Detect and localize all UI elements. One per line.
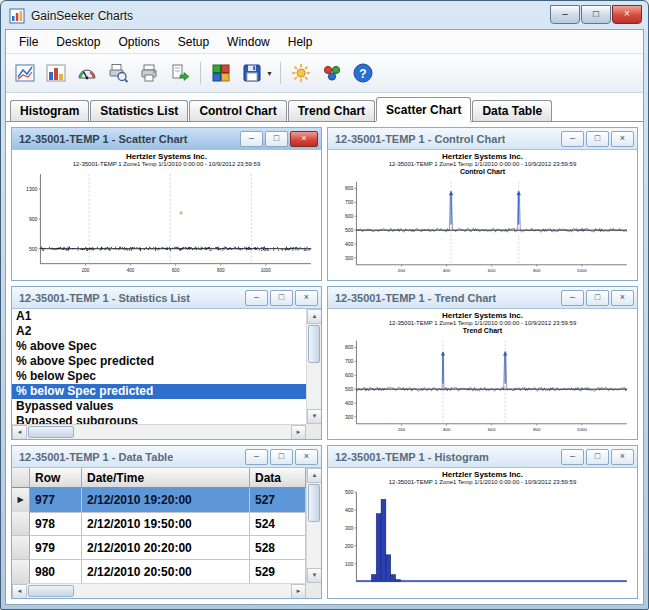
- control-close-button[interactable]: ×: [611, 131, 634, 147]
- trend-chart-plot[interactable]: 3004005006007008002004006008001000: [330, 335, 635, 439]
- help-icon[interactable]: ?: [350, 60, 376, 86]
- close-button[interactable]: ×: [612, 5, 642, 24]
- bar-chart-icon[interactable]: [43, 60, 69, 86]
- scrollbar-track[interactable]: [307, 324, 321, 409]
- tab-data-table[interactable]: Data Table: [472, 100, 552, 121]
- list-item[interactable]: % above Spec predicted: [12, 354, 306, 369]
- column-header-row[interactable]: Row: [30, 468, 82, 488]
- control-maximize-button[interactable]: □: [586, 131, 609, 147]
- settings-sun-icon[interactable]: [288, 60, 314, 86]
- table-row[interactable]: 978 2/12/2010 19:50:00 524: [12, 512, 306, 536]
- table-row[interactable]: 980 2/12/2010 20:50:00 529: [12, 560, 306, 583]
- scroll-down-icon[interactable]: ▼: [307, 568, 321, 583]
- tab-statistics-list[interactable]: Statistics List: [90, 100, 188, 121]
- list-item[interactable]: A2: [12, 324, 306, 339]
- tab-control-chart[interactable]: Control Chart: [189, 100, 286, 121]
- control-window-titlebar[interactable]: 12-35001-TEMP 1 - Control Chart – □ ×: [328, 128, 637, 150]
- save-dropdown-icon[interactable]: ▼: [266, 70, 273, 77]
- cell-row[interactable]: 980: [30, 560, 82, 583]
- trend-maximize-button[interactable]: □: [586, 290, 609, 306]
- scroll-down-icon[interactable]: ▼: [307, 409, 321, 424]
- cell-data[interactable]: 528: [250, 536, 306, 560]
- scatter-plot[interactable]: 50090013002004006008001000: [14, 168, 319, 280]
- cell-datetime[interactable]: 2/12/2010 19:20:00: [82, 488, 250, 513]
- column-header-datetime[interactable]: Date/Time: [82, 468, 250, 488]
- list-item[interactable]: % below Spec: [12, 369, 306, 384]
- stats-minimize-button[interactable]: –: [245, 290, 268, 306]
- menu-help[interactable]: Help: [279, 32, 322, 52]
- histogram-minimize-button[interactable]: –: [561, 449, 584, 465]
- scroll-up-icon[interactable]: ▲: [307, 309, 321, 324]
- menu-desktop[interactable]: Desktop: [47, 32, 109, 52]
- column-header-data[interactable]: Data: [250, 468, 306, 488]
- tab-scatter-chart[interactable]: Scatter Chart: [376, 97, 471, 122]
- table-minimize-button[interactable]: –: [245, 449, 268, 465]
- export-icon[interactable]: [167, 60, 193, 86]
- row-selector[interactable]: ▶: [12, 488, 30, 513]
- table-close-button[interactable]: ×: [295, 449, 318, 465]
- scrollbar-thumb[interactable]: [28, 426, 74, 438]
- histogram-close-button[interactable]: ×: [611, 449, 634, 465]
- scrollbar-track[interactable]: [27, 425, 291, 439]
- scatter-minimize-button[interactable]: –: [240, 131, 263, 147]
- row-selector[interactable]: [12, 512, 30, 536]
- horizontal-scrollbar[interactable]: ◄ ►: [12, 424, 306, 439]
- stats-window-titlebar[interactable]: 12-35001-TEMP 1 - Statistics List – □ ×: [12, 287, 321, 309]
- list-item[interactable]: Bypassed values: [12, 399, 306, 414]
- scroll-left-icon[interactable]: ◄: [12, 584, 27, 598]
- histogram-maximize-button[interactable]: □: [586, 449, 609, 465]
- cell-data[interactable]: 527: [250, 488, 306, 513]
- histogram-window-titlebar[interactable]: 12-35001-TEMP 1 - Histogram – □ ×: [328, 446, 637, 468]
- cell-datetime[interactable]: 2/12/2010 20:50:00: [82, 560, 250, 583]
- trend-close-button[interactable]: ×: [611, 290, 634, 306]
- print-preview-icon[interactable]: [105, 60, 131, 86]
- list-item[interactable]: % above Spec: [12, 339, 306, 354]
- menu-setup[interactable]: Setup: [169, 32, 218, 52]
- stats-close-button[interactable]: ×: [295, 290, 318, 306]
- trend-window-titlebar[interactable]: 12-35001-TEMP 1 - Trend Chart – □ ×: [328, 287, 637, 309]
- histogram-plot[interactable]: 100200300400500: [330, 486, 635, 598]
- maximize-button[interactable]: □: [581, 5, 611, 24]
- control-chart-plot[interactable]: 3004005006007008002004006008001000: [330, 176, 635, 280]
- list-item-selected[interactable]: % below Spec predicted: [12, 384, 306, 399]
- scroll-right-icon[interactable]: ►: [291, 584, 306, 598]
- menu-options[interactable]: Options: [109, 32, 168, 52]
- save-icon[interactable]: [239, 60, 265, 86]
- scrollbar-thumb[interactable]: [308, 484, 320, 522]
- scrollbar-track[interactable]: [307, 483, 321, 568]
- stats-maximize-button[interactable]: □: [270, 290, 293, 306]
- scatter-close-button[interactable]: ×: [290, 131, 318, 147]
- cell-data[interactable]: 524: [250, 512, 306, 536]
- cell-datetime[interactable]: 2/12/2010 20:20:00: [82, 536, 250, 560]
- list-item[interactable]: Bypassed subgroups: [12, 414, 306, 424]
- minimize-button[interactable]: –: [550, 5, 580, 24]
- scatter-window-titlebar[interactable]: 12-35001-TEMP 1 - Scatter Chart – □ ×: [12, 128, 321, 150]
- trend-minimize-button[interactable]: –: [561, 290, 584, 306]
- row-selector-header[interactable]: [12, 468, 30, 488]
- scrollbar-thumb[interactable]: [28, 585, 74, 597]
- statistics-list[interactable]: A1 A2 % above Spec % above Spec predicte…: [12, 309, 306, 424]
- scroll-right-icon[interactable]: ►: [291, 425, 306, 439]
- table-row-selected[interactable]: ▶ 977 2/12/2010 19:20:00 527: [12, 488, 306, 512]
- cell-row[interactable]: 977: [30, 488, 82, 513]
- control-minimize-button[interactable]: –: [561, 131, 584, 147]
- table-row[interactable]: 979 2/12/2010 20:20:00 528: [12, 536, 306, 560]
- print-icon[interactable]: [136, 60, 162, 86]
- cell-row[interactable]: 979: [30, 536, 82, 560]
- scatter-maximize-button[interactable]: □: [265, 131, 288, 147]
- menu-file[interactable]: File: [10, 32, 47, 52]
- cell-datetime[interactable]: 2/12/2010 19:50:00: [82, 512, 250, 536]
- tab-histogram[interactable]: Histogram: [10, 100, 89, 121]
- row-selector[interactable]: [12, 560, 30, 583]
- scrollbar-track[interactable]: [27, 584, 291, 598]
- cell-row[interactable]: 978: [30, 512, 82, 536]
- horizontal-scrollbar[interactable]: ◄ ►: [12, 583, 306, 598]
- vertical-scrollbar[interactable]: ▲ ▼: [306, 309, 321, 424]
- row-selector[interactable]: [12, 536, 30, 560]
- scroll-left-icon[interactable]: ◄: [12, 425, 27, 439]
- colors-icon[interactable]: [319, 60, 345, 86]
- scrollbar-thumb[interactable]: [308, 325, 320, 363]
- titlebar[interactable]: GainSeeker Charts – □ ×: [5, 1, 644, 29]
- line-chart-icon[interactable]: [12, 60, 38, 86]
- list-item[interactable]: A1: [12, 309, 306, 324]
